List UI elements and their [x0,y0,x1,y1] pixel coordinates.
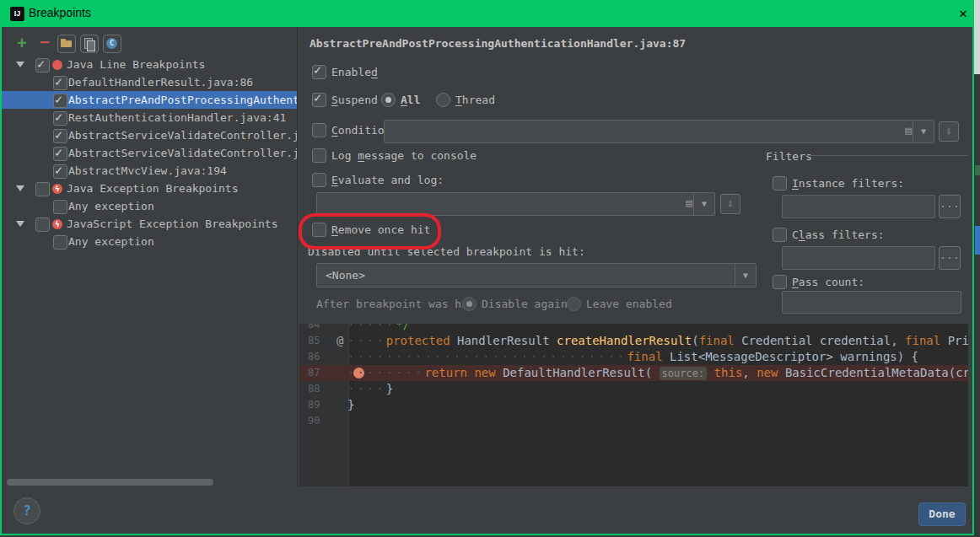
tree-checkbox[interactable] [35,182,50,196]
code-line: 87········return new DefaultHandlerResul… [299,365,968,381]
background-strip-top [974,0,980,74]
panel-divider[interactable] [297,27,298,486]
tree-group-row[interactable]: ϟJavaScript Exception Breakpoints [2,215,297,233]
leave-enabled-label: Leave enabled [586,298,672,310]
help-button[interactable]: ? [13,497,40,524]
code-text: ·····························final List<… [347,349,918,365]
exception-breakpoint-icon: ϟ [52,219,62,229]
tree-checkbox[interactable] [53,235,67,250]
expand-editor-icon[interactable]: ▤ [686,196,692,209]
title-bar: IJ Breakpoints ✕ [0,0,974,27]
group-by-class-button[interactable]: C [103,35,121,53]
tree-checkbox[interactable] [53,164,67,179]
tree-checkbox[interactable] [53,147,67,161]
suspend-all-label: All [401,94,420,106]
tree-checkbox[interactable] [53,111,67,126]
code-line: 90 [299,413,968,429]
enabled-label: Enabled [331,66,378,78]
group-by-file-button[interactable] [80,35,99,53]
tree-breakpoint-row[interactable]: Any exception [2,233,297,250]
dependency-value: <None> [317,269,365,282]
filters-header: Filters [766,150,812,163]
chevron-expanded-icon[interactable] [16,62,24,67]
tree-breakpoint-row[interactable]: AbstractServiceValidateController.java: [2,144,297,162]
suspend-thread-label: Thread [455,94,495,106]
evaluate-input[interactable]: ▤ ▼ [316,192,715,216]
class-filters-checkbox[interactable] [773,228,787,242]
tree-checkbox[interactable] [53,76,67,90]
code-line: 89} [299,397,968,413]
dependency-select[interactable]: <None> ▼ [316,263,757,287]
background-fleck [975,226,980,255]
line-number: 87 [308,365,320,381]
suspend-thread-radio[interactable] [436,93,450,107]
line-number: 90 [308,413,320,429]
chevron-expanded-icon[interactable] [16,221,24,227]
code-text: ····} [347,381,393,397]
tree-breakpoint-row[interactable]: AbstractMvcView.java:194 [2,162,297,180]
breakpoints-tree: Java Line BreakpointsDefaultHandlerResul… [2,52,297,486]
folder-icon [61,40,72,47]
tree-item-label: Any exception [68,197,154,215]
class-icon: C [106,38,117,49]
suspend-checkbox[interactable] [312,93,326,107]
exception-breakpoint-icon: ϟ [52,184,62,194]
tree-checkbox[interactable] [35,58,50,72]
enabled-checkbox[interactable] [312,65,326,79]
leave-enabled-radio[interactable] [567,297,581,311]
tree-item-label: AbstractServiceValidateController.java: [68,144,297,162]
condition-checkbox[interactable] [312,123,326,137]
tree-horizontal-scrollbar[interactable] [7,479,213,486]
evaluate-history-dropdown-icon[interactable]: ▼ [693,193,714,215]
disable-again-radio[interactable] [462,297,477,311]
evaluate-insert-button[interactable]: ⇩ [720,194,740,214]
done-button[interactable]: Done [918,502,966,526]
tree-checkbox[interactable] [53,129,67,143]
intellij-logo-icon: IJ [10,7,24,21]
tree-breakpoint-row[interactable]: AbstractPreAndPostProcessingAuthenticat [2,91,297,109]
disable-again-label: Disable again [482,298,568,310]
add-breakpoint-button[interactable]: + [13,34,30,51]
tree-group-row[interactable]: ϟJava Exception Breakpoints [2,180,297,197]
override-marker: @ [337,333,343,349]
background-fleck [975,165,980,175]
close-icon[interactable]: ✕ [955,5,972,22]
code-preview: 83·····* @return the constructed handler… [299,324,968,486]
pass-count-input[interactable] [782,291,961,314]
instance-filters-checkbox[interactable] [773,176,787,191]
chevron-expanded-icon[interactable] [16,185,24,191]
line-breakpoint-icon [52,60,62,70]
pass-count-checkbox[interactable] [773,275,787,289]
log-message-checkbox[interactable] [312,148,326,163]
remove-breakpoint-button[interactable]: − [36,34,53,51]
tree-group-row[interactable]: Java Line Breakpoints [2,56,297,73]
group-by-package-button[interactable] [57,35,76,53]
tree-checkbox[interactable] [53,200,67,214]
class-filters-input[interactable] [782,246,935,270]
condition-history-dropdown-icon[interactable]: ▼ [913,121,934,142]
class-filters-more-button[interactable]: ... [939,246,961,270]
condition-insert-button[interactable]: ⇩ [939,121,959,142]
code-text: } [347,397,354,413]
tree-checkbox[interactable] [35,217,50,232]
tree-item-label: AbstractMvcView.java:194 [68,162,227,180]
tree-breakpoint-row[interactable]: Any exception [2,197,297,215]
tree-group-label: Java Line Breakpoints [67,56,205,73]
instance-filters-input[interactable] [782,195,935,218]
chevron-down-icon[interactable]: ▼ [735,264,756,287]
tree-breakpoint-row[interactable]: AbstractServiceValidateController.java: [2,126,297,144]
evaluate-checkbox[interactable] [312,173,326,187]
condition-input[interactable]: ▤ ▼ [384,120,934,143]
tree-item-label: DefaultHandlerResult.java:86 [68,73,253,91]
tree-group-label: JavaScript Exception Breakpoints [67,215,277,233]
tree-breakpoint-row[interactable]: DefaultHandlerResult.java:86 [2,73,297,91]
copy-icon [87,40,95,51]
pass-count-label: Pass count: [792,276,864,288]
tree-checkbox[interactable] [53,94,67,108]
expand-editor-icon[interactable]: ▤ [905,124,912,137]
log-message-label: Log message to console [331,149,477,162]
tree-breakpoint-row[interactable]: RestAuthenticationHandler.java:41 [2,109,297,126]
suspend-all-radio[interactable] [381,93,396,107]
instance-filters-more-button[interactable]: ... [939,195,961,218]
code-text: ····protected HandlerResult createHandle… [347,333,968,349]
